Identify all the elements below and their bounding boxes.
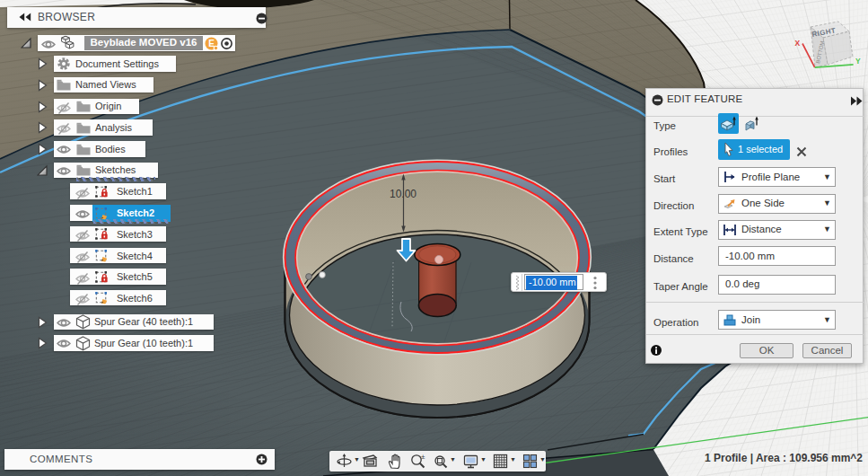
svg-text:10.00: 10.00: [390, 188, 416, 200]
svg-text:±: ±: [421, 453, 425, 461]
svg-text:Y: Y: [855, 57, 861, 66]
svg-text:X: X: [795, 39, 801, 48]
